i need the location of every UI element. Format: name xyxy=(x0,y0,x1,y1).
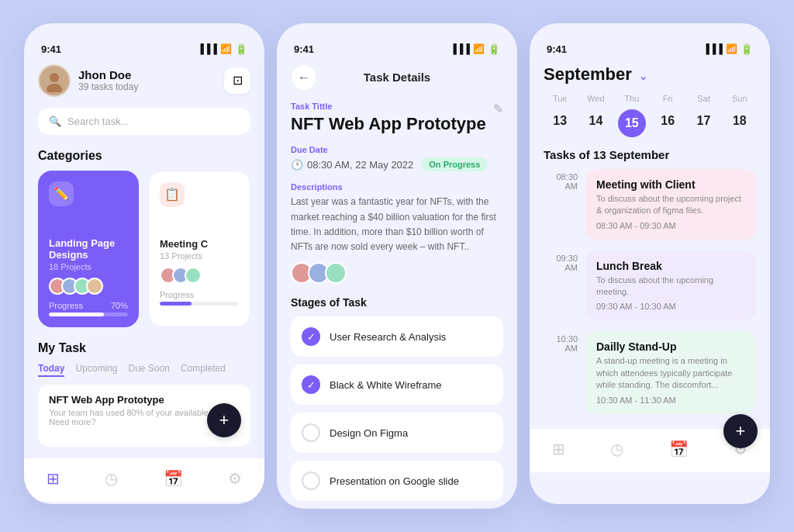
stage-item-3: ○ Design On Figma xyxy=(291,413,503,453)
day-sat: Sat xyxy=(687,94,720,103)
cal-date-17[interactable]: 17 xyxy=(687,109,720,137)
cat-name-landing: Landing Page Designs xyxy=(49,237,128,261)
screen3: 9:41 ▐▐▐ 📶 🔋 September ⌄ Tue Wed Thu F xyxy=(530,23,770,504)
stages-title: Stages of Task xyxy=(291,296,503,309)
day-sun: Sun xyxy=(723,94,756,103)
task-tabs: Today Upcoming Due Soon Completed xyxy=(38,363,250,377)
stages-list: ✓ User Research & Analysis ✓ Black & Whi… xyxy=(291,316,503,501)
tab-due-soon[interactable]: Due Soon xyxy=(128,363,169,377)
progress-label-landing: Progress xyxy=(49,301,83,310)
due-row: 🕐 08:30 AM, 22 May 2022 On Progress xyxy=(291,157,503,171)
day-tue: Tue xyxy=(544,94,576,103)
event-time-3: 10:30AM xyxy=(544,331,578,353)
category-card-landing[interactable]: ✏️ Landing Page Designs 18 Projects Prog… xyxy=(38,171,139,327)
screen1: 9:41 ▐▐▐ 📶 🔋 Jhon D xyxy=(24,23,264,504)
add-event-button[interactable]: + xyxy=(723,414,758,448)
desc-avatars xyxy=(291,262,503,284)
stage-check-1: ✓ xyxy=(302,327,320,346)
cal-chevron-icon[interactable]: ⌄ xyxy=(638,69,648,82)
event-card-1[interactable]: Meeting with Client To discuss about the… xyxy=(585,169,756,240)
stage-label-2: Black & White Wireframe xyxy=(330,379,441,391)
stage-check-2: ✓ xyxy=(302,375,320,394)
notification-button[interactable]: ⊡ xyxy=(224,67,250,94)
add-task-button[interactable]: + xyxy=(207,403,241,437)
event-time-2: 09:30AM xyxy=(544,250,578,272)
event-title-1: Meeting with Client xyxy=(596,178,745,191)
cal-date-15[interactable]: 15 xyxy=(618,109,646,137)
nav-clock-icon[interactable]: ◷ xyxy=(105,469,118,488)
event-row-3: 10:30AM Dailly Stand-Up A stand-up meeti… xyxy=(544,331,756,413)
stage-item-4: ○ Presentation on Google slide xyxy=(291,461,503,501)
search-icon: 🔍 xyxy=(49,116,61,127)
category-card-meeting[interactable]: 📋 Meeting C 13 Projects Progress xyxy=(148,171,250,327)
event-card-3[interactable]: Dailly Stand-Up A stand-up meeting is a … xyxy=(585,331,756,413)
stage-item-1: ✓ User Research & Analysis xyxy=(291,316,503,357)
progress-bar-wrap-landing xyxy=(49,313,128,316)
progress-bar-wrap-meeting xyxy=(160,302,239,306)
avatar xyxy=(38,64,71,97)
event-row-2: 09:30AM Lunch Break To discuss about the… xyxy=(544,250,756,321)
my-task-section: My Task Today Upcoming Due Soon Complete… xyxy=(38,341,250,447)
mini-avatar-4 xyxy=(86,278,103,295)
progress-row-landing: Progress 70% xyxy=(49,301,128,310)
bottom-nav-1: ⊞ ◷ 📅 ⚙ xyxy=(24,458,264,502)
wifi-icon-1: 📶 xyxy=(220,43,232,54)
nav3-grid-icon[interactable]: ⊞ xyxy=(552,440,565,458)
time-3: 9:41 xyxy=(547,43,567,55)
tab-upcoming[interactable]: Upcoming xyxy=(75,363,117,377)
nav3-calendar-icon[interactable]: 📅 xyxy=(669,440,689,458)
stage-label-4: Presentation on Google slide xyxy=(330,475,459,487)
task-main-title: NFT Web App Prototype xyxy=(291,114,486,134)
stage-label-1: User Research & Analysis xyxy=(330,331,446,343)
tasks-section-title: Tasks of 13 September xyxy=(544,148,756,161)
cal-date-13[interactable]: 13 xyxy=(544,109,576,137)
my-task-title: My Task xyxy=(38,341,250,355)
nav3-clock-icon[interactable]: ◷ xyxy=(610,440,623,458)
cat-projects-landing: 18 Projects xyxy=(49,262,128,271)
cal-dates-row: 13 14 15 16 17 18 xyxy=(544,109,756,137)
search-placeholder: Search task... xyxy=(67,116,129,127)
event-time-range-2: 09:30 AM - 10:30 AM xyxy=(596,302,745,311)
event-title-2: Lunch Break xyxy=(596,260,745,272)
status-badge: On Progress xyxy=(421,157,488,171)
categories-row: ✏️ Landing Page Designs 18 Projects Prog… xyxy=(38,171,250,327)
cat-avatars-meeting xyxy=(160,267,239,284)
status-bar-1: 9:41 ▐▐▐ 📶 🔋 xyxy=(38,37,250,58)
event-time-1: 08:30AM xyxy=(544,169,578,191)
status-bar-3: 9:41 ▐▐▐ 📶 🔋 xyxy=(544,37,756,58)
profile-tasks: 39 tasks today xyxy=(78,81,138,92)
tab-today[interactable]: Today xyxy=(38,363,64,377)
header-title: Task Details xyxy=(326,71,468,84)
signal-icon-2: ▐▐▐ xyxy=(450,43,470,54)
calendar-header: September ⌄ xyxy=(544,64,756,85)
task-card-1: NFT Web App Prototype Your team has used… xyxy=(38,385,250,447)
cat-icon-landing: ✏️ xyxy=(49,181,74,206)
nav-grid-icon[interactable]: ⊞ xyxy=(47,469,60,488)
wifi-icon-2: 📶 xyxy=(473,43,485,54)
event-desc-3: A stand-up meeting is a meeting in which… xyxy=(596,355,745,391)
due-label: Due Date xyxy=(291,145,503,154)
event-time-range-1: 08:30 AM - 09:30 AM xyxy=(596,221,745,230)
battery-icon-2: 🔋 xyxy=(488,43,500,55)
stage-item-2: ✓ Black & White Wireframe xyxy=(291,364,503,405)
cal-date-18[interactable]: 18 xyxy=(723,109,756,137)
event-card-2[interactable]: Lunch Break To discuss about the upcomin… xyxy=(585,250,756,321)
signal-icon-3: ▐▐▐ xyxy=(703,43,723,54)
signal-icon-1: ▐▐▐ xyxy=(197,43,217,54)
search-bar[interactable]: 🔍 Search task... xyxy=(38,108,250,135)
event-row-1: 08:30AM Meeting with Client To discuss a… xyxy=(544,169,756,240)
progress-row-meeting: Progress xyxy=(160,290,239,299)
tab-completed[interactable]: Completed xyxy=(181,363,226,377)
nav-calendar-icon[interactable]: 📅 xyxy=(164,469,183,488)
screen2: 9:41 ▐▐▐ 📶 🔋 ← Task Details Task Tittle … xyxy=(277,23,517,509)
cat-projects-meeting: 13 Projects xyxy=(160,251,239,261)
categories-title: Categories xyxy=(38,149,250,163)
edit-icon[interactable]: ✎ xyxy=(493,102,503,116)
time-1: 9:41 xyxy=(41,43,61,55)
cal-date-16[interactable]: 16 xyxy=(651,109,684,137)
nav-settings-icon[interactable]: ⚙ xyxy=(228,469,242,488)
time-2: 9:41 xyxy=(294,43,314,55)
cal-date-14[interactable]: 14 xyxy=(579,109,612,137)
svg-point-0 xyxy=(50,73,59,82)
back-button[interactable]: ← xyxy=(291,64,317,91)
